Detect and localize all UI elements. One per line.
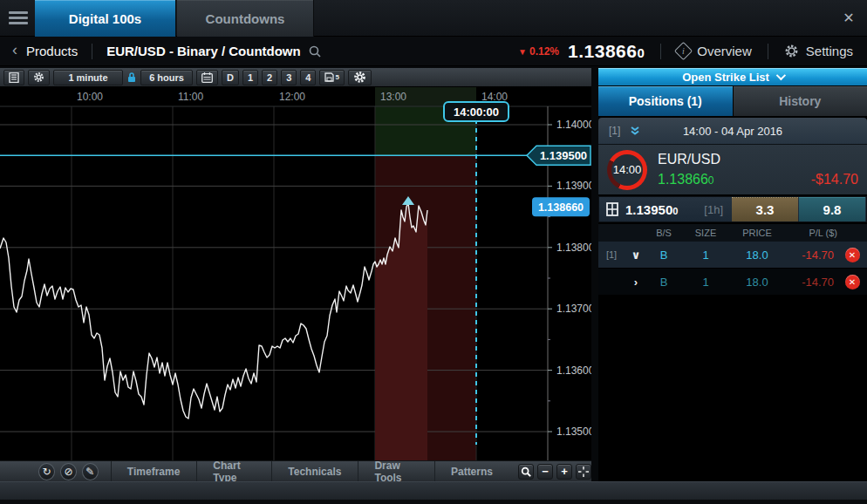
tab-history[interactable]: History <box>734 86 867 116</box>
strike-quote-row: 1.139500 [1h] 3.3 9.8 <box>598 196 867 222</box>
instrument-title: EUR/USD - Binary / Countdown <box>106 44 301 58</box>
calendar-button[interactable] <box>196 70 218 85</box>
time-axis-label: 10:00 <box>77 91 103 103</box>
calendar-icon <box>201 72 213 83</box>
ladder-icon <box>606 202 618 216</box>
table-header: B/S SIZE PRICE P/L ($) <box>598 224 867 242</box>
menu-timeframe[interactable]: Timeframe <box>111 461 196 482</box>
menu-draw-tools[interactable]: Draw Tools <box>358 461 434 482</box>
gear-icon <box>353 71 366 84</box>
current-price-tag-label: 1.138660 <box>538 201 584 214</box>
menu-technicals[interactable]: Technicals <box>271 461 358 482</box>
refresh-button[interactable]: ↻ <box>38 463 55 480</box>
table-row[interactable]: › B 1 18.0 -14.70 ✕ <box>598 269 867 295</box>
tab-countdowns[interactable]: Countdowns <box>177 0 314 37</box>
save-layout-button[interactable]: 5 <box>319 70 344 85</box>
sell-price-button[interactable]: 3.3 <box>732 197 798 221</box>
row-expander-icon[interactable]: ∨ <box>625 249 647 262</box>
tab-digital-100s[interactable]: Digital 100s <box>35 0 176 37</box>
preset-3-button[interactable]: 3 <box>281 70 297 85</box>
price-axis-label: 1.13500 <box>556 426 591 438</box>
countdown-ring: 14:00 <box>607 150 647 190</box>
price-axis-label: 1.13600 <box>556 364 591 377</box>
close-position-button[interactable]: ✕ <box>845 275 860 289</box>
down-arrow-icon: ▼ <box>518 47 527 57</box>
strike-duration: [1h] <box>704 203 723 216</box>
pencil-button[interactable]: ✎ <box>82 463 99 480</box>
trading-app-window: Digital 100s Countdowns ✕ ‹ Products EUR… <box>0 0 867 504</box>
position-group-header[interactable]: [1] 14:00 - 04 Apr 2016 <box>598 118 867 144</box>
preset-2-button[interactable]: 2 <box>262 70 277 85</box>
time-axis-label: 12:00 <box>279 91 305 103</box>
collapse-double-chevron-icon[interactable] <box>629 126 641 136</box>
menu-patterns[interactable]: Patterns <box>434 461 509 482</box>
group-index: [1] <box>609 125 620 137</box>
instrument-header: ‹ Products EUR/USD - Binary / Countdown … <box>0 37 867 66</box>
open-strike-list-button[interactable]: Open Strike List <box>598 68 867 85</box>
position-market: EUR/USD <box>658 152 858 167</box>
top-tab-bar: Digital 100s Countdowns ✕ <box>0 0 867 37</box>
price-axis-label: 1.13800 <box>556 242 591 254</box>
hamburger-menu-icon[interactable] <box>9 11 28 25</box>
preset-4-button[interactable]: 4 <box>300 70 316 85</box>
list-icon <box>9 72 19 83</box>
search-icon[interactable] <box>308 44 322 58</box>
table-row[interactable]: [1] ∨ B 1 18.0 -14.70 ✕ <box>598 242 867 268</box>
crosshair-icon <box>578 467 589 477</box>
chart-settings-button[interactable] <box>28 70 50 85</box>
products-back-button[interactable]: Products <box>26 44 78 58</box>
chevron-down-icon <box>776 71 786 80</box>
positions-table: B/S SIZE PRICE P/L ($) [1] ∨ B 1 18.0 -1… <box>598 224 867 295</box>
info-diamond-icon: i <box>674 42 693 60</box>
magnifier-icon <box>521 467 531 477</box>
gear-icon <box>33 72 44 83</box>
chart-footer-toolbar: ↻ ⊘ ✎ Timeframe Chart Type Technicals Dr… <box>0 460 591 481</box>
window-footer <box>0 481 867 504</box>
time-axis-label: 13:00 <box>380 91 406 103</box>
price-axis-label: 1.13900 <box>556 180 591 192</box>
price-axis-label: 1.13700 <box>556 303 591 315</box>
lock-icon[interactable] <box>126 72 137 83</box>
gear-icon <box>784 44 799 58</box>
position-price: 1.138660 <box>658 172 714 187</box>
countdown-time: 14:00 <box>613 163 642 176</box>
time-axis-label: 11:00 <box>178 91 203 103</box>
buy-price-button[interactable]: 9.8 <box>799 197 865 221</box>
position-pl: -$14.70 <box>811 172 858 187</box>
current-price: 1.138660 <box>568 41 645 62</box>
back-chevron-icon[interactable]: ‹ <box>12 41 17 59</box>
strike-price-tag-label: 1.139500 <box>540 149 587 162</box>
overview-button[interactable]: i Overview <box>677 44 752 58</box>
chart-list-button[interactable] <box>3 70 24 85</box>
position-card: 14:00 EUR/USD 1.138660 -$14.70 <box>598 144 867 194</box>
price-change: ▼0.12% <box>518 45 559 58</box>
save-icon <box>324 72 334 82</box>
preset-day-button[interactable]: D <box>222 70 239 85</box>
divider <box>92 44 92 59</box>
chart-toolbar: 1 minute 6 hours D 1 2 3 4 <box>0 68 591 87</box>
zoom-in-button[interactable]: + <box>556 464 572 480</box>
chart-gear-button[interactable] <box>348 70 372 85</box>
reset-view-button[interactable] <box>576 464 591 480</box>
price-axis-label: 1.14000 <box>556 119 591 131</box>
tab-positions[interactable]: Positions (1) <box>598 86 733 116</box>
positions-panel: Open Strike List Positions (1) History [… <box>598 68 867 481</box>
zoom-out-button[interactable]: − <box>537 464 553 480</box>
interval-selector[interactable]: 1 minute <box>53 70 123 85</box>
settings-button[interactable]: Settings <box>784 44 853 58</box>
menu-chart-type[interactable]: Chart Type <box>196 461 271 482</box>
preset-1-button[interactable]: 1 <box>242 70 258 85</box>
expiry-time-tag-label: 14:00:00 <box>454 106 499 119</box>
close-position-button[interactable]: ✕ <box>845 248 860 262</box>
range-selector[interactable]: 6 hours <box>140 70 193 85</box>
close-icon[interactable]: ✕ <box>839 9 858 28</box>
price-chart[interactable]: 10:0011:0012:0013:0014:001.140001.139001… <box>0 87 591 460</box>
disable-drawing-button[interactable]: ⊘ <box>60 463 77 480</box>
row-expander-icon[interactable]: › <box>625 276 647 289</box>
zoom-search-button[interactable] <box>518 464 534 480</box>
strike-price: 1.139500 <box>625 202 678 217</box>
time-axis-label: 14:00 <box>481 91 508 103</box>
